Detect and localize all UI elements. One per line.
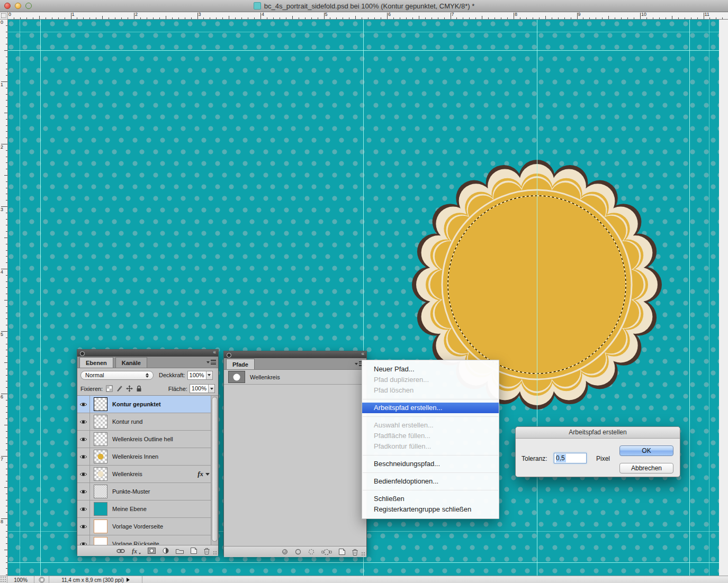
- panel-close-icon[interactable]: [227, 353, 231, 358]
- lock-pixels-icon[interactable]: [116, 385, 123, 392]
- menu-item[interactable]: Bedienfeldoptionen...: [362, 476, 499, 487]
- guide-line-vertical[interactable]: [20, 19, 20, 576]
- layer-row[interactable]: Vorlage Vorderseite: [77, 518, 218, 535]
- panel-close-icon[interactable]: [80, 351, 85, 356]
- visibility-eye-icon[interactable]: [79, 454, 87, 460]
- link-layers-icon[interactable]: [116, 549, 125, 553]
- visibility-toggle[interactable]: [77, 396, 90, 413]
- layers-tab-ebenen[interactable]: Ebenen: [79, 357, 113, 368]
- layer-group-icon[interactable]: [176, 548, 184, 554]
- lock-position-icon[interactable]: [126, 385, 133, 392]
- tolerance-input[interactable]: 0,5: [554, 453, 587, 463]
- ruler-origin-box[interactable]: [0, 12, 8, 20]
- layer-thumbnail[interactable]: [94, 537, 107, 545]
- fill-path-icon[interactable]: [282, 549, 288, 555]
- menu-item-highlighted[interactable]: Arbeitspfad erstellen...: [362, 403, 499, 413]
- layers-scrollbar[interactable]: [211, 396, 218, 545]
- layer-row[interactable]: Wellenkreisfx: [77, 466, 218, 483]
- panel-menu-icon[interactable]: [206, 359, 216, 366]
- window-title-bar[interactable]: bc_4s_portrait_sidefold.psd bei 100% (Ko…: [0, 0, 728, 12]
- paths-panel-drag-bar[interactable]: «: [224, 351, 366, 358]
- expand-effects-icon[interactable]: [205, 473, 210, 476]
- guide-line-vertical[interactable]: [709, 19, 709, 576]
- minimize-window-button[interactable]: [15, 3, 21, 9]
- menu-item[interactable]: Beschneidungspfad...: [362, 459, 499, 469]
- panel-collapse-icon[interactable]: «: [361, 351, 364, 357]
- panel-resize-grip[interactable]: [213, 551, 217, 555]
- layer-row[interactable]: Kontur gepunktet: [77, 396, 218, 413]
- menu-item[interactable]: Neuer Pfad...: [362, 364, 499, 375]
- layer-mask-icon[interactable]: [148, 548, 156, 554]
- guide-line-horizontal[interactable]: [7, 562, 719, 563]
- horizontal-ruler[interactable]: 01234567891011: [7, 12, 728, 20]
- layer-thumbnail[interactable]: [94, 485, 107, 498]
- visibility-eye-icon[interactable]: [79, 471, 87, 477]
- ok-button[interactable]: OK: [619, 445, 673, 456]
- delete-layer-icon[interactable]: [204, 548, 210, 554]
- layer-thumbnail[interactable]: [94, 502, 107, 516]
- visibility-eye-icon[interactable]: [79, 489, 87, 495]
- layer-thumbnail[interactable]: [94, 467, 107, 481]
- guide-line-horizontal[interactable]: [7, 50, 719, 51]
- opacity-field[interactable]: 100%: [187, 371, 213, 380]
- guide-line-vertical[interactable]: [40, 19, 41, 576]
- layers-panel-drag-bar[interactable]: «: [77, 350, 218, 357]
- visibility-toggle[interactable]: [77, 431, 90, 448]
- layer-style-fx-icon[interactable]: fx: [197, 470, 203, 478]
- path-row-wellenkreis[interactable]: Wellenkreis: [224, 370, 366, 385]
- new-layer-icon[interactable]: [191, 548, 197, 554]
- vertical-ruler[interactable]: 012345678: [0, 19, 8, 576]
- dialog-title[interactable]: Arbeitspfad erstellen: [516, 427, 680, 439]
- visibility-eye-icon[interactable]: [79, 506, 87, 512]
- layer-row[interactable]: Vorlage Rückseite: [77, 535, 218, 545]
- menu-item[interactable]: Schließen: [362, 494, 499, 504]
- visibility-eye-icon[interactable]: [79, 541, 87, 545]
- visibility-eye-icon[interactable]: [79, 402, 87, 407]
- window-resize-grip[interactable]: [0, 576, 7, 583]
- path-thumbnail[interactable]: [228, 371, 245, 383]
- fill-dropdown-icon[interactable]: [208, 385, 214, 393]
- layer-thumbnail[interactable]: [94, 432, 107, 446]
- layer-thumbnail[interactable]: [94, 520, 107, 533]
- layer-thumbnail[interactable]: [94, 450, 107, 463]
- visibility-toggle[interactable]: [77, 483, 90, 500]
- guide-line-vertical[interactable]: [689, 19, 690, 576]
- zoom-window-button[interactable]: [25, 3, 32, 9]
- adjustment-layer-icon[interactable]: [163, 548, 169, 554]
- visibility-eye-icon[interactable]: [79, 524, 87, 530]
- layer-row[interactable]: Wellenkreis Outline hell: [77, 431, 218, 448]
- layer-style-fx-icon[interactable]: fx: [132, 548, 141, 554]
- panel-resize-grip[interactable]: [361, 552, 365, 556]
- selection-as-path-icon[interactable]: [321, 549, 332, 555]
- scrollbar-thumb[interactable]: [212, 397, 218, 542]
- layer-row[interactable]: Punkte-Muster: [77, 483, 218, 500]
- path-as-selection-icon[interactable]: [308, 549, 314, 555]
- guide-line-vertical[interactable]: [537, 19, 537, 576]
- layer-thumbnail[interactable]: [94, 415, 107, 429]
- lock-all-icon[interactable]: [136, 385, 142, 392]
- zoom-level-field[interactable]: 100%: [7, 576, 34, 583]
- menu-item[interactable]: Registerkartengruppe schließen: [362, 504, 499, 515]
- document-status-icon[interactable]: [34, 576, 49, 583]
- layer-row[interactable]: Kontur rund: [77, 413, 218, 431]
- visibility-eye-icon[interactable]: [79, 436, 87, 442]
- visibility-toggle[interactable]: [77, 518, 90, 535]
- visibility-toggle[interactable]: [77, 535, 90, 545]
- layer-row[interactable]: Meine Ebene: [77, 500, 218, 518]
- document-info-field[interactable]: 11,4 cm x 8,9 cm (300 ppi): [49, 576, 142, 583]
- blend-mode-select[interactable]: Normal: [80, 371, 154, 380]
- guide-line-horizontal[interactable]: [7, 32, 719, 32]
- layer-thumbnail[interactable]: [94, 397, 107, 411]
- visibility-toggle[interactable]: [77, 466, 90, 482]
- visibility-toggle[interactable]: [77, 413, 90, 430]
- layer-effects-controls[interactable]: fx: [197, 470, 210, 478]
- fill-field[interactable]: 100%: [190, 384, 215, 393]
- cancel-button[interactable]: Abbrechen: [619, 463, 673, 473]
- panel-collapse-icon[interactable]: «: [213, 349, 215, 355]
- lock-transparency-icon[interactable]: [106, 385, 113, 392]
- visibility-eye-icon[interactable]: [79, 419, 87, 425]
- stroke-path-icon[interactable]: [295, 549, 301, 555]
- visibility-toggle[interactable]: [77, 500, 90, 517]
- status-options-arrow-icon[interactable]: [127, 578, 130, 582]
- layers-tab-kanle[interactable]: Kanäle: [115, 357, 147, 368]
